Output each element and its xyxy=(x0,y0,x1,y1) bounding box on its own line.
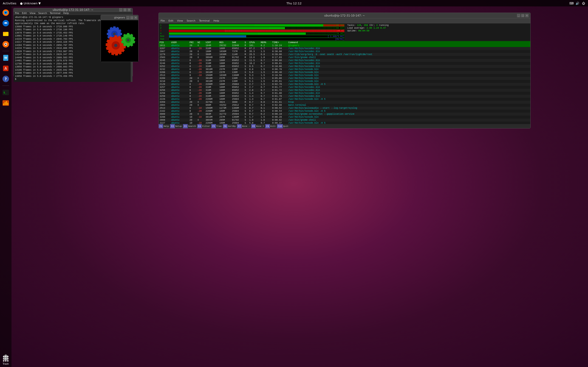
dock-htop[interactable] xyxy=(1,98,10,108)
htop-col-ni[interactable]: NI xyxy=(198,41,206,44)
terminal-1-menu-file[interactable]: File xyxy=(15,12,19,15)
terminal-1-menu-search[interactable]: Search xyxy=(38,12,47,15)
htop-footer-f5[interactable]: F5 Tree xyxy=(211,124,223,128)
htop-menu-terminal[interactable]: Terminal xyxy=(199,19,210,22)
table-row[interactable]: 1811 ubuntu 20 0 184M 29232 22948 R 101.… xyxy=(159,44,530,47)
terminal-1-menu-terminal[interactable]: Terminal xyxy=(50,12,61,15)
svg-point-39 xyxy=(113,33,116,35)
htop-col-virt[interactable]: VIRT xyxy=(206,41,219,44)
svg-rect-43 xyxy=(120,33,122,35)
htop-col-user[interactable]: USER xyxy=(171,41,190,44)
volume-icon[interactable]: 🔊 xyxy=(576,1,579,5)
table-row[interactable]: 3359 ubuntu 20 0 32796 4824 3608 R 0.7 0… xyxy=(159,101,530,104)
top-bar-left: Activities ● Unknown ▼ xyxy=(3,2,41,5)
table-row[interactable]: 3256 ubuntu 0 -20 310M 106M 65052 S 2.0 … xyxy=(159,89,530,92)
htop-col-res[interactable]: RES xyxy=(219,41,232,44)
table-row[interactable]: 3252 ubuntu 0 -20 310M 106M 65052 S 9.5 … xyxy=(159,65,530,68)
dock-thunderbird[interactable] xyxy=(1,18,10,28)
dock-help[interactable]: ? xyxy=(1,74,10,84)
dock-firefox[interactable] xyxy=(1,8,10,17)
dock-files[interactable] xyxy=(1,29,10,39)
htop-close[interactable]: ✕ xyxy=(525,14,528,17)
htop-col-cmd[interactable]: Command xyxy=(288,41,529,44)
terminal-1-minimize[interactable]: _ xyxy=(119,8,122,11)
htop-col-mem[interactable]: MEM% xyxy=(261,41,272,44)
glxgears-maximize[interactable]: □ xyxy=(130,16,133,19)
htop-maximize[interactable]: □ xyxy=(521,14,524,17)
dock-rhythmbox[interactable] xyxy=(1,40,10,49)
htop-col-cpu[interactable]: CPU% xyxy=(249,41,261,44)
htop-menu-edit[interactable]: Edit xyxy=(168,19,173,22)
keyboard-icon[interactable]: ⌨ xyxy=(570,1,573,5)
terminal-1-menu-view[interactable]: View xyxy=(30,12,36,15)
htop-load-stat: Load average: 2.05 1.24 0.47 xyxy=(347,27,529,29)
table-row[interactable]: 3245 ubuntu 0 -20 310M 106M 65052 S 11.5… xyxy=(159,59,530,62)
activities-button[interactable]: Activities xyxy=(3,2,16,5)
htop-col-time[interactable]: TIME+ xyxy=(272,41,288,44)
htop-process-rows: 1811 ubuntu 20 0 184M 29232 22948 R 101.… xyxy=(159,44,530,124)
table-row[interactable]: 2513 ubuntu 9 -10 1560M 1036M 1360M S 5.… xyxy=(159,74,530,77)
table-row[interactable]: 3258 ubuntu 0 -20 310M 106M 65052 S 1.4 … xyxy=(159,92,530,95)
table-row[interactable]: 2868 ubuntu 20 0 3894M 285M 91792 S 1.0 … xyxy=(159,119,530,122)
table-row[interactable]: 2503 ubuntu 20 0 3894M 285M 91792 R 13.6… xyxy=(159,56,530,59)
table-row[interactable]: 2226 ubuntu 0 -20 2200M 109M 25004 S 1.3… xyxy=(159,98,530,101)
htop-col-pri[interactable]: PRI xyxy=(190,41,198,44)
htop-col-shr[interactable]: SHR xyxy=(232,41,245,44)
table-row[interactable]: 2513 ubuntu 9 -10 1560M 1173M 1360M S 0.… xyxy=(159,107,530,110)
dock-libreoffice[interactable]: W xyxy=(1,53,10,63)
glxgears-close[interactable]: ✕ xyxy=(134,16,137,19)
app-menu[interactable]: ● Unknown ▼ xyxy=(20,2,41,5)
table-row[interactable]: 3232 ubuntu 0 -20 3010M 237M 136M S 8.8 … xyxy=(159,68,530,71)
htop-menu-view[interactable]: View xyxy=(177,19,183,22)
dock-software[interactable]: A xyxy=(1,64,10,73)
svg-rect-72 xyxy=(127,33,129,35)
htop-menu-search[interactable]: Search xyxy=(187,19,195,22)
htop-footer-f6[interactable]: F6 SortBy xyxy=(223,124,237,128)
terminal-1-close[interactable]: ✕ xyxy=(128,8,131,11)
table-row[interactable]: 3259 ubuntu 0 -20 310M 106M 65052 S 1.4 … xyxy=(159,95,530,98)
dock-terminal[interactable]: $_ xyxy=(1,88,10,97)
table-row[interactable]: 2904 ubuntu 20 0 960M 43252 25012 S 0.7 … xyxy=(159,104,530,107)
terminal-1-maximize[interactable]: □ xyxy=(123,8,127,11)
htop-footer-f7[interactable]: F7 Nice - xyxy=(237,124,251,128)
show-apps-button[interactable] xyxy=(1,354,10,364)
htop-col-s[interactable]: S xyxy=(245,41,249,44)
glxgears-minimize[interactable]: _ xyxy=(126,16,130,19)
table-row[interactable]: 3246 ubuntu 0 -20 310M 106M 65052 S 10.2… xyxy=(159,62,530,65)
dock: W A ? $_ xyxy=(0,6,11,367)
svg-point-54 xyxy=(114,44,117,47)
htop-menu-help[interactable]: Help xyxy=(213,19,219,22)
svg-point-32 xyxy=(5,358,7,360)
power-icon[interactable]: ⏻ xyxy=(582,1,585,5)
table-row[interactable]: 3210 ubuntu 20 0 3010M 237M 136M S 5.1 1… xyxy=(159,80,530,83)
htop-footer-f10[interactable]: F10 Quit xyxy=(277,124,290,128)
htop-menu-file[interactable]: File xyxy=(161,19,165,22)
htop-footer-f4[interactable]: F4 Filter xyxy=(197,124,212,128)
terminal-1-menu-help[interactable]: Help xyxy=(63,12,69,15)
table-row[interactable]: 3208 ubuntu 0 -20 3010M 237M 136M S 5.8 … xyxy=(159,71,530,74)
htop-uptime-stat: Uptime: 00:04:59 xyxy=(347,30,529,32)
table-row[interactable]: 2162 ubuntu 0 -20 2200M 109M 25004 S 0.7… xyxy=(159,110,530,113)
table-row[interactable]: 3288 ubuntu 10 -10 3010M 237M 1360M S 1.… xyxy=(159,116,530,119)
htop-footer-f9[interactable]: F9 Kill xyxy=(265,124,277,128)
table-row[interactable]: 2967 ubuntu 20 0 180M 1036M 737M R 35.3 … xyxy=(159,50,530,53)
htop-footer-f1[interactable]: F1 Help xyxy=(159,124,170,128)
terminal-1-menu-edit[interactable]: Edit xyxy=(22,12,27,15)
table-row[interactable]: 3257 ubuntu 0 -20 310M 106M 65052 S 2.7 … xyxy=(159,86,530,89)
htop-footer-f3[interactable]: F3 Search xyxy=(183,124,197,128)
htop-tasks-stat: Tasks: 128, 350 thr; 4 running xyxy=(347,24,529,27)
htop-minimize[interactable]: _ xyxy=(517,14,520,17)
svg-point-36 xyxy=(7,360,9,362)
table-row[interactable]: 2227 ubuntu 10 -10 2200M 109M 25004 S 5.… xyxy=(159,122,530,124)
htop-cpu-panel: 1 [|||||||||||||||||||||||||||||||||||||… xyxy=(160,24,345,41)
htop-footer-f2[interactable]: F2 Setup xyxy=(170,124,183,128)
table-row[interactable]: 2129 ubuntu 0 -20 2200M 109M 25004 S 2.7… xyxy=(159,83,530,86)
svg-text:A: A xyxy=(5,66,7,71)
htop-col-pid[interactable]: PID xyxy=(160,41,171,44)
table-row[interactable]: 3209 ubuntu 20 0 3010M 237M 136M S 5.1 1… xyxy=(159,77,530,80)
htop-footer-f8[interactable]: F8 Nice + xyxy=(251,124,266,128)
table-row[interactable]: 1279 ubuntu 20 0 380M 1030M 114M R 26.5 … xyxy=(159,53,530,56)
svg-rect-49 xyxy=(107,33,109,35)
table-row[interactable]: 3989 ubuntu 20 0 803M 31772 25504 S 0.7 … xyxy=(159,113,530,116)
table-row[interactable]: 3207 ubuntu 0 -20 310M 106M 65052 R 67.2… xyxy=(159,47,530,50)
